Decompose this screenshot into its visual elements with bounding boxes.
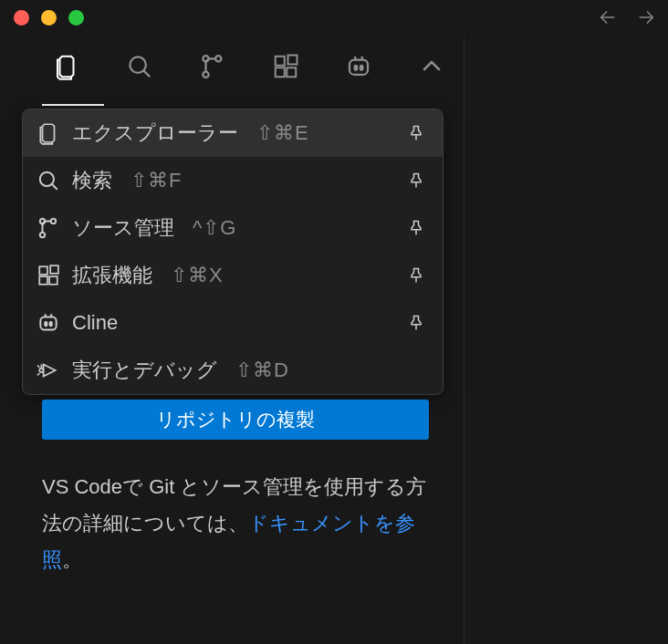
- pin-icon[interactable]: [406, 123, 426, 143]
- activity-underline: [42, 104, 104, 106]
- svg-rect-5: [276, 68, 285, 77]
- activity-extensions[interactable]: [270, 51, 301, 82]
- svg-rect-7: [288, 56, 297, 65]
- svg-point-12: [51, 219, 56, 223]
- menu-item-search[interactable]: 検索 ⇧⌘F: [23, 157, 443, 204]
- activity-bar: [0, 35, 668, 99]
- pin-icon[interactable]: [406, 265, 426, 286]
- traffic-lights: [14, 10, 84, 26]
- nav-forward-button[interactable]: [636, 7, 656, 27]
- search-icon: [36, 168, 61, 193]
- menu-item-shortcut: ⇧⌘F: [130, 169, 182, 192]
- extensions-icon: [36, 263, 61, 288]
- titlebar: [0, 0, 668, 35]
- pin-icon[interactable]: [406, 218, 426, 238]
- menu-item-label: エクスプローラー: [72, 119, 238, 147]
- info-text: VS Codeで Git とソース管理を使用する方法の詳細については、ドキュメン…: [42, 469, 429, 578]
- debug-icon: [36, 358, 61, 383]
- svg-rect-17: [49, 276, 57, 285]
- menu-item-run-debug[interactable]: 実行とデバッグ ⇧⌘D: [23, 347, 443, 394]
- activity-overflow[interactable]: [416, 51, 447, 82]
- menu-item-extensions[interactable]: 拡張機能 ⇧⌘X: [23, 252, 443, 299]
- svg-point-1: [215, 56, 221, 61]
- pin-icon[interactable]: [406, 171, 426, 191]
- svg-rect-8: [350, 60, 368, 75]
- svg-point-0: [130, 57, 146, 73]
- panel-divider[interactable]: [464, 36, 464, 644]
- svg-point-13: [40, 233, 45, 237]
- info-text-suffix: 。: [62, 548, 82, 571]
- menu-item-shortcut: ^⇧G: [193, 216, 236, 240]
- svg-rect-6: [287, 68, 296, 77]
- svg-point-22: [39, 369, 43, 372]
- menu-item-label: 拡張機能: [72, 262, 152, 289]
- svg-rect-10: [360, 66, 363, 70]
- menu-item-label: Cline: [72, 311, 118, 335]
- activity-search[interactable]: [124, 51, 155, 82]
- menu-item-cline[interactable]: Cline: [23, 299, 443, 347]
- robot-icon: [36, 310, 61, 336]
- menu-item-source-control[interactable]: ソース管理 ^⇧G: [23, 204, 443, 252]
- activity-menu: エクスプローラー ⇧⌘E 検索 ⇧⌘F ソース管理 ^⇧G 拡張機能 ⇧⌘X C…: [22, 109, 444, 395]
- svg-rect-19: [40, 317, 56, 330]
- files-icon: [36, 120, 61, 146]
- svg-rect-4: [276, 57, 285, 66]
- activity-cline[interactable]: [343, 51, 374, 82]
- menu-item-label: 実行とデバッグ: [72, 357, 217, 384]
- svg-rect-18: [50, 265, 58, 274]
- svg-rect-15: [39, 266, 47, 275]
- svg-rect-16: [39, 276, 47, 285]
- close-window-button[interactable]: [14, 10, 29, 26]
- svg-point-11: [40, 172, 54, 186]
- nav-arrows: [598, 7, 656, 27]
- svg-rect-9: [355, 66, 358, 70]
- clone-repository-button[interactable]: リポジトリの複製: [42, 400, 429, 440]
- nav-back-button[interactable]: [598, 7, 618, 27]
- menu-item-shortcut: ⇧⌘E: [256, 121, 309, 145]
- pin-icon[interactable]: [406, 313, 426, 333]
- maximize-window-button[interactable]: [68, 10, 84, 26]
- git-branch-icon: [36, 215, 61, 241]
- menu-item-label: 検索: [72, 167, 112, 194]
- activity-source-control[interactable]: [197, 51, 228, 82]
- minimize-window-button[interactable]: [41, 10, 57, 26]
- menu-item-explorer[interactable]: エクスプローラー ⇧⌘E: [23, 109, 443, 157]
- activity-explorer[interactable]: [51, 51, 82, 82]
- menu-item-shortcut: ⇧⌘D: [235, 358, 289, 382]
- svg-rect-21: [50, 322, 52, 326]
- svg-rect-20: [45, 322, 47, 326]
- svg-point-2: [203, 72, 208, 78]
- menu-item-shortcut: ⇧⌘X: [171, 264, 224, 287]
- menu-item-label: ソース管理: [72, 214, 174, 242]
- source-control-panel: リポジトリの複製 VS Codeで Git とソース管理を使用する方法の詳細につ…: [42, 400, 429, 578]
